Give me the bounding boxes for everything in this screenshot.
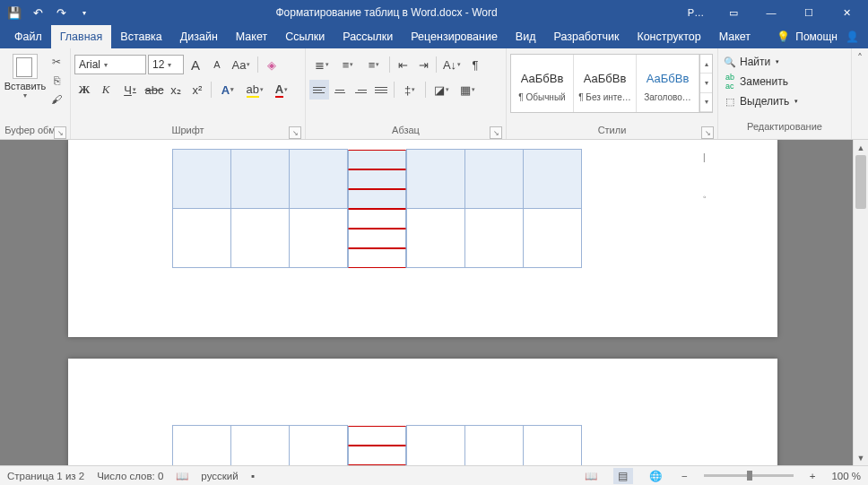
tab-table-layout[interactable]: Макет bbox=[710, 25, 760, 48]
style-normal[interactable]: АаБбВв ¶ Обычный bbox=[511, 55, 574, 112]
tab-mailings[interactable]: Рассылки bbox=[334, 25, 402, 48]
vertical-scrollbar[interactable]: ▲ ▼ bbox=[853, 140, 868, 465]
font-color-button[interactable]: A bbox=[269, 80, 294, 100]
styles-gallery[interactable]: АаБбВв ¶ Обычный АаБбВв ¶ Без инте… АаБб… bbox=[510, 54, 713, 113]
status-bar: Страница 1 из 2 Число слов: 0 📖 русский … bbox=[0, 465, 868, 485]
align-right-button[interactable] bbox=[351, 80, 370, 100]
multilevel-list-button[interactable]: ≡ bbox=[361, 55, 386, 74]
subscript-button[interactable]: x₂ bbox=[166, 80, 186, 100]
close-icon[interactable]: ✕ bbox=[829, 2, 864, 23]
tab-developer[interactable]: Разработчик bbox=[544, 25, 628, 48]
italic-button[interactable]: К bbox=[96, 80, 116, 100]
tab-file[interactable]: Файл bbox=[5, 25, 51, 48]
table-2[interactable] bbox=[172, 425, 582, 465]
style-no-spacing[interactable]: АаБбВв ¶ Без инте… bbox=[574, 55, 637, 112]
tell-me-text[interactable]: Помощн bbox=[795, 30, 838, 43]
page-1[interactable]: | ◦ bbox=[68, 140, 777, 337]
tab-table-design[interactable]: Конструктор bbox=[628, 25, 709, 48]
paragraph-dialog-launcher[interactable]: ↘ bbox=[490, 126, 502, 139]
zoom-out-button[interactable]: − bbox=[678, 471, 691, 481]
underline-button[interactable]: Ч bbox=[117, 80, 143, 100]
cut-icon[interactable]: ✂ bbox=[48, 54, 65, 70]
tab-review[interactable]: Рецензирование bbox=[402, 25, 507, 48]
highlight-color-button[interactable]: ab bbox=[242, 80, 267, 100]
ribbon-display-options[interactable]: Р… bbox=[678, 2, 714, 23]
tab-references[interactable]: Ссылки bbox=[276, 25, 334, 48]
title-bar: 💾 ↶ ↷ ▾ Форматирование таблиц в Word.doc… bbox=[0, 0, 868, 25]
grow-font-icon[interactable]: A bbox=[186, 55, 205, 74]
find-button[interactable]: 🔍Найти▾ bbox=[724, 52, 779, 72]
styles-gallery-more[interactable]: ▴▾▾ bbox=[699, 55, 712, 112]
clear-formatting-icon[interactable]: ◈ bbox=[262, 55, 282, 74]
shrink-font-icon[interactable]: A bbox=[207, 55, 227, 74]
status-word-count[interactable]: Число слов: 0 bbox=[97, 471, 163, 481]
maximize-icon[interactable]: ☐ bbox=[791, 2, 827, 23]
zoom-level[interactable]: 100 % bbox=[831, 471, 861, 481]
format-painter-icon[interactable]: 🖌 bbox=[48, 91, 65, 108]
macro-record-icon[interactable]: ▪ bbox=[251, 471, 255, 481]
status-language[interactable]: русский bbox=[201, 471, 238, 481]
tab-insert[interactable]: Вставка bbox=[111, 25, 170, 48]
group-paragraph-label: Абзац bbox=[392, 125, 420, 135]
decrease-indent-icon[interactable]: ⇤ bbox=[393, 55, 412, 74]
line-spacing-button[interactable]: ‡ bbox=[397, 80, 422, 100]
print-layout-icon[interactable]: ▤ bbox=[613, 468, 633, 484]
save-icon[interactable]: 💾 bbox=[4, 2, 25, 23]
font-size-combo[interactable]: 12▾ bbox=[148, 55, 184, 74]
styles-dialog-launcher[interactable]: ↘ bbox=[701, 126, 714, 139]
strikethrough-button[interactable]: abc bbox=[144, 80, 164, 100]
borders-button[interactable]: ▦ bbox=[455, 80, 480, 100]
group-paragraph: ≣ ≡ ≡ ⇤ ⇥ A↓ ¶ ‡ ◪ ▦ Абзац bbox=[306, 48, 507, 139]
document-area: | ◦ ▲ ▼ bbox=[0, 140, 868, 465]
zoom-in-button[interactable]: + bbox=[806, 471, 820, 481]
share-icon[interactable]: 👤 bbox=[843, 28, 861, 46]
minimize-icon[interactable]: — bbox=[753, 2, 789, 23]
group-font: Arial▾ 12▾ A A Aa ◈ Ж К Ч abc x₂ x² A ab… bbox=[71, 48, 306, 139]
tell-me-bulb-icon[interactable]: 💡 bbox=[776, 30, 790, 44]
scroll-up-icon[interactable]: ▲ bbox=[854, 140, 868, 155]
qat-customize-icon[interactable]: ▾ bbox=[74, 2, 95, 23]
tab-design[interactable]: Дизайн bbox=[171, 25, 227, 48]
align-center-button[interactable] bbox=[330, 80, 350, 100]
bullets-button[interactable]: ≣ bbox=[309, 55, 334, 74]
show-marks-icon[interactable]: ¶ bbox=[465, 55, 485, 74]
scroll-thumb[interactable] bbox=[855, 155, 866, 209]
scroll-down-icon[interactable]: ▼ bbox=[854, 450, 868, 465]
sort-button[interactable]: A↓ bbox=[439, 55, 464, 74]
status-page[interactable]: Страница 1 из 2 bbox=[7, 471, 84, 481]
replace-icon: abac bbox=[724, 75, 736, 88]
spellcheck-icon[interactable]: 📖 bbox=[176, 470, 188, 482]
increase-indent-icon[interactable]: ⇥ bbox=[413, 55, 433, 74]
style-heading1[interactable]: АаБбВв Заголово… bbox=[637, 55, 699, 112]
web-layout-icon[interactable]: 🌐 bbox=[646, 468, 665, 484]
numbering-button[interactable]: ≡ bbox=[335, 55, 360, 74]
read-mode-icon[interactable]: 📖 bbox=[581, 468, 601, 484]
ribbon-toggle-icon[interactable]: ▭ bbox=[716, 2, 751, 23]
change-case-button[interactable]: Aa bbox=[229, 55, 254, 74]
zoom-slider[interactable] bbox=[704, 474, 794, 477]
font-name-combo[interactable]: Arial▾ bbox=[74, 55, 146, 74]
font-dialog-launcher[interactable]: ↘ bbox=[289, 126, 301, 139]
align-justify-button[interactable] bbox=[371, 80, 391, 100]
redo-icon[interactable]: ↷ bbox=[50, 2, 72, 23]
align-left-button[interactable] bbox=[309, 80, 329, 100]
superscript-button[interactable]: x² bbox=[187, 80, 207, 100]
replace-button[interactable]: abacЗаменить bbox=[724, 72, 788, 91]
text-effects-button[interactable]: A bbox=[215, 80, 240, 100]
tab-view[interactable]: Вид bbox=[507, 25, 545, 48]
copy-icon[interactable]: ⎘ bbox=[48, 73, 65, 89]
shading-button[interactable]: ◪ bbox=[429, 80, 454, 100]
tab-layout[interactable]: Макет bbox=[227, 25, 276, 48]
page-2[interactable] bbox=[68, 359, 777, 465]
bold-button[interactable]: Ж bbox=[74, 80, 94, 100]
document-title: Форматирование таблиц в Word.docx - Word bbox=[95, 6, 678, 19]
table-1[interactable] bbox=[172, 149, 582, 268]
collapse-ribbon-icon[interactable]: ˄ bbox=[852, 48, 868, 139]
undo-icon[interactable]: ↶ bbox=[27, 2, 48, 23]
window-controls: Р… ▭ — ☐ ✕ bbox=[678, 2, 864, 23]
select-button[interactable]: ⬚Выделить▾ bbox=[724, 91, 798, 111]
paste-button[interactable]: Вставить ▾ bbox=[4, 50, 47, 100]
clipboard-dialog-launcher[interactable]: ↘ bbox=[54, 126, 66, 139]
select-icon: ⬚ bbox=[724, 95, 736, 108]
tab-home[interactable]: Главная bbox=[51, 25, 112, 48]
